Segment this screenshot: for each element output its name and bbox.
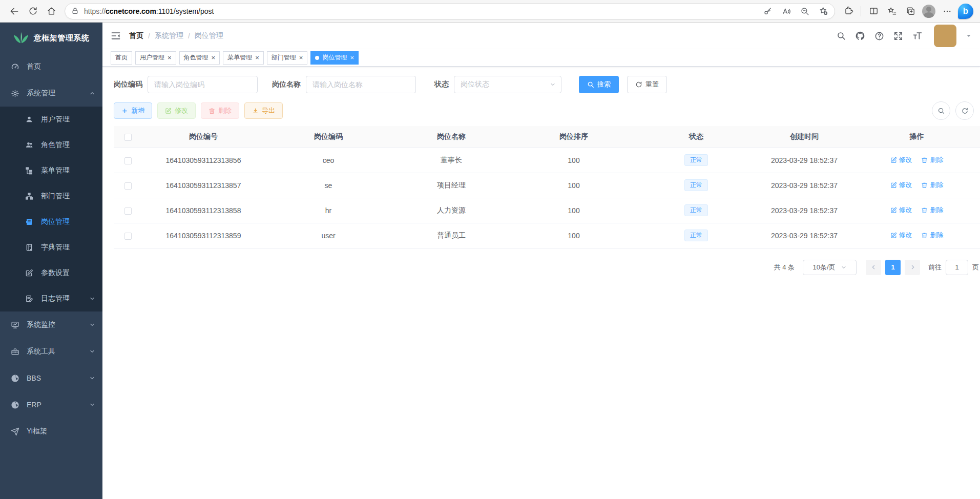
tab-role-management[interactable]: 角色管理×: [179, 51, 220, 65]
globe-icon: [10, 373, 19, 383]
row-edit-link[interactable]: 修改: [890, 155, 912, 164]
select-all-checkbox[interactable]: [124, 134, 132, 141]
sidebar-item-system-monitor[interactable]: 系统监控: [0, 311, 102, 338]
next-page-button[interactable]: [905, 260, 920, 275]
bing-copilot-icon[interactable]: b: [956, 3, 975, 20]
sidebar-item-post-management[interactable]: 岗位管理: [0, 209, 102, 235]
close-icon[interactable]: ×: [299, 54, 303, 61]
sidebar-item-user-management[interactable]: 用户管理: [0, 107, 102, 132]
row-delete-link[interactable]: 删除: [921, 180, 943, 190]
tab-label: 岗位管理: [322, 53, 347, 62]
row-delete-link[interactable]: 删除: [921, 205, 943, 215]
close-icon[interactable]: ×: [255, 54, 259, 61]
row-delete-link[interactable]: 删除: [921, 231, 943, 240]
row-edit-link[interactable]: 修改: [890, 231, 912, 240]
extensions-icon[interactable]: [839, 3, 858, 20]
close-icon[interactable]: ×: [168, 54, 172, 61]
read-aloud-icon[interactable]: [778, 3, 795, 20]
browser-refresh-icon[interactable]: [24, 3, 42, 20]
tab-department-management[interactable]: 部门管理×: [267, 51, 308, 65]
address-bar[interactable]: https://ccnetcore.com:1101/system/post: [65, 3, 835, 19]
tab-post-management[interactable]: 岗位管理×: [310, 51, 359, 65]
sidebar-item-parameter-settings[interactable]: 参数设置: [0, 260, 102, 286]
page-number-button[interactable]: 1: [885, 260, 901, 275]
sidebar-item-home[interactable]: 首页: [0, 53, 102, 80]
breadcrumb-home[interactable]: 首页: [129, 31, 143, 40]
sidebar-item-bbs[interactable]: BBS: [0, 365, 102, 391]
cell-post-sort: 100: [510, 173, 637, 198]
breadcrumb-system[interactable]: 系统管理: [155, 31, 183, 40]
status-badge: 正常: [684, 204, 708, 217]
browser-profile-icon[interactable]: [920, 3, 938, 20]
tab-menu-management[interactable]: 菜单管理×: [223, 51, 264, 65]
table-tools: [932, 101, 974, 120]
goto-page-input[interactable]: [946, 260, 968, 275]
sidebar-item-system-tools[interactable]: 系统工具: [0, 338, 102, 365]
cell-post-name: 项目经理: [392, 173, 510, 198]
post-table: 岗位编号 岗位编码 岗位名称 岗位排序 状态 创建时间 操作 16410305: [114, 126, 980, 248]
tab-label: 角色管理: [184, 53, 208, 62]
fullscreen-icon[interactable]: [893, 31, 903, 41]
search-button[interactable]: 搜索: [579, 76, 619, 93]
prev-page-button[interactable]: [866, 260, 881, 275]
row-checkbox[interactable]: [124, 182, 132, 190]
password-key-icon[interactable]: [760, 3, 776, 20]
sidebar-item-system-management[interactable]: 系统管理: [0, 80, 102, 107]
sidebar-item-department-management[interactable]: 部门管理: [0, 183, 102, 209]
sidebar-item-dict-management[interactable]: 字典管理: [0, 235, 102, 260]
browser-menu-icon[interactable]: [938, 3, 956, 20]
row-delete-link[interactable]: 删除: [921, 155, 943, 164]
collections-icon[interactable]: [901, 3, 920, 20]
sidebar-collapse-icon[interactable]: [111, 31, 121, 41]
export-button[interactable]: 导出: [244, 102, 283, 119]
status-select[interactable]: 岗位状态: [454, 76, 561, 93]
help-icon[interactable]: [874, 31, 884, 41]
close-icon[interactable]: ×: [212, 54, 216, 61]
show-search-toggle-button[interactable]: [932, 101, 950, 120]
add-button[interactable]: 新增: [114, 102, 152, 119]
tab-label: 首页: [115, 53, 128, 62]
row-edit-link[interactable]: 修改: [890, 205, 912, 215]
sidebar-item-erp[interactable]: ERP: [0, 391, 102, 418]
post-name-input[interactable]: [306, 76, 416, 93]
delete-button[interactable]: 删除: [201, 102, 239, 119]
row-checkbox[interactable]: [124, 157, 132, 164]
sidebar-item-role-management[interactable]: 角色管理: [0, 132, 102, 158]
row-checkbox[interactable]: [124, 233, 132, 240]
cell-post-sort: 100: [510, 223, 637, 248]
sidebar-menu: 首页 系统管理 用户管理 角色管理: [0, 53, 102, 445]
tab-label: 用户管理: [140, 53, 164, 62]
sidebar-item-log-management[interactable]: 日志管理: [0, 286, 102, 311]
active-tab-dot: [315, 56, 319, 60]
split-screen-icon[interactable]: [864, 3, 883, 20]
browser-home-icon[interactable]: [42, 3, 60, 20]
sidebar-item-yi-framework[interactable]: Yi框架: [0, 418, 102, 445]
tags-view-bar: 首页 用户管理× 角色管理× 菜单管理× 部门管理× 岗位管理×: [102, 49, 980, 67]
close-icon[interactable]: ×: [350, 54, 354, 61]
post-code-input[interactable]: [148, 76, 258, 93]
download-icon: [252, 108, 259, 114]
browser-back-icon[interactable]: [5, 3, 24, 20]
edit-button[interactable]: 修改: [157, 102, 196, 119]
zoom-out-icon[interactable]: [797, 3, 813, 20]
edit-icon: [890, 182, 897, 189]
favorites-bar-icon[interactable]: [883, 3, 901, 20]
github-icon[interactable]: [855, 31, 865, 41]
sidebar-item-menu-management[interactable]: 菜单管理: [0, 158, 102, 183]
sidebar-item-label: Yi框架: [27, 427, 47, 436]
row-checkbox[interactable]: [124, 207, 132, 215]
app-logo[interactable]: 意框架管理系统: [0, 23, 102, 53]
user-avatar[interactable]: [934, 25, 956, 47]
avatar-caret-down-icon[interactable]: [966, 33, 972, 39]
tab-user-management[interactable]: 用户管理×: [135, 51, 176, 65]
header-search-icon[interactable]: [837, 31, 846, 40]
refresh-table-button[interactable]: [955, 101, 974, 120]
row-edit-link[interactable]: 修改: [890, 180, 912, 190]
favorite-star-icon[interactable]: [815, 3, 831, 20]
status-badge: 正常: [684, 154, 708, 167]
reset-button[interactable]: 重置: [627, 76, 667, 93]
font-size-icon[interactable]: [912, 31, 923, 41]
sidebar-item-label: BBS: [27, 374, 41, 382]
tab-home[interactable]: 首页: [111, 51, 132, 65]
page-size-select[interactable]: 10条/页: [803, 260, 857, 275]
